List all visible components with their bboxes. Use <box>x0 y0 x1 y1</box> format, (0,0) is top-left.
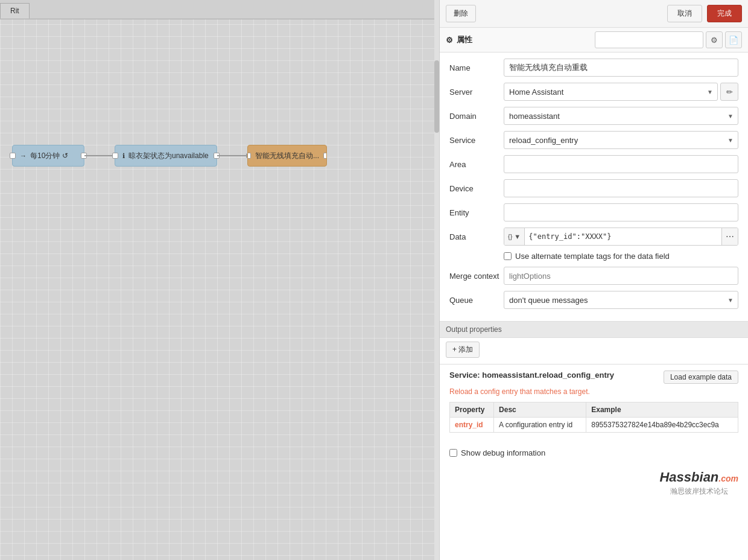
form-row-service: Service reload_config_entry ▼ <box>449 131 738 149</box>
table-cell-desc: A configuration entry id <box>494 418 586 433</box>
load-example-btn[interactable]: Load example data <box>664 371 738 384</box>
server-label: Server <box>449 88 504 97</box>
data-more-btn[interactable]: ⋯ <box>721 228 738 245</box>
tab-search-input[interactable] <box>595 31 703 48</box>
gear-tab-icon: ⚙ <box>446 36 453 45</box>
debug-section: Show debug information <box>440 445 748 463</box>
area-input[interactable] <box>504 155 738 173</box>
service-select[interactable]: reload_config_entry <box>504 131 738 149</box>
name-label: Name <box>449 63 504 72</box>
entity-input[interactable] <box>504 203 738 221</box>
connector-1 <box>84 155 115 156</box>
scrollbar-thumb <box>434 60 439 133</box>
panel-tab-icons: ⚙ 📄 <box>595 31 742 48</box>
device-label: Device <box>449 184 504 193</box>
form-row-area: Area <box>449 155 738 173</box>
domain-label: Domain <box>449 112 504 121</box>
done-button[interactable]: 完成 <box>707 5 742 22</box>
node-inject-label: 每10分钟 ↺ <box>30 151 68 161</box>
doc-icon-btn[interactable]: 📄 <box>725 31 742 48</box>
form-row-name: Name <box>449 59 738 77</box>
table-row: entry_id A configuration entry id 895537… <box>450 418 738 433</box>
server-edit-btn[interactable]: ✏ <box>720 83 738 101</box>
alt-template-row: Use alternate template tags for the data… <box>449 252 738 261</box>
queue-select[interactable]: don't queue messages <box>504 291 738 309</box>
service-info-header: Service: homeassistant.reload_config_ent… <box>449 371 738 384</box>
table-cell-property: entry_id <box>450 418 494 433</box>
port-right-service <box>323 153 327 159</box>
hassbian-footer: Hassbian.com 瀚思彼岸技术论坛 <box>440 463 748 503</box>
properties-tab[interactable]: ⚙ 属性 <box>446 34 472 45</box>
table-header-example: Example <box>586 402 738 418</box>
table-header-desc: Desc <box>494 402 586 418</box>
debug-checkbox-row: Show debug information <box>449 448 738 457</box>
service-label: Service <box>449 136 504 145</box>
form-row-domain: Domain homeassistant ▼ <box>449 107 738 125</box>
node-filter[interactable]: ℹ 晾衣架状态为unavailable <box>115 145 217 167</box>
table-cell-example: 8955375327824e14ba89e4b29cc3ec9a <box>586 418 738 433</box>
add-btn-row: + 添加 <box>440 342 748 364</box>
form-area: Name Server Home Assistant ▼ ✏ Domain ho… <box>440 52 748 321</box>
port-left-filter <box>112 153 118 159</box>
server-select-wrapper: Home Assistant ▼ <box>504 83 718 101</box>
server-select[interactable]: Home Assistant <box>504 83 718 101</box>
debug-label: Show debug information <box>461 448 545 457</box>
inject-icon: → <box>20 152 27 159</box>
hassbian-logo: Hassbian.com <box>659 469 738 485</box>
node-inject[interactable]: → 每10分钟 ↺ <box>12 145 84 167</box>
data-type-arrow: ▼ <box>514 233 521 240</box>
cancel-button[interactable]: 取消 <box>667 5 702 22</box>
add-output-property-btn[interactable]: + 添加 <box>446 342 480 358</box>
entity-label: Entity <box>449 208 504 217</box>
connector-2 <box>217 155 247 156</box>
service-desc: Reload a config entry that matches a tar… <box>449 387 738 396</box>
form-row-queue: Queue don't queue messages ▼ <box>449 291 738 309</box>
queue-label: Queue <box>449 296 504 305</box>
form-row-merge: Merge context <box>449 267 738 285</box>
domain-select[interactable]: homeassistant <box>504 107 738 125</box>
settings-icon-btn[interactable]: ⚙ <box>706 31 723 48</box>
panel-header: 删除 取消 完成 <box>440 0 748 28</box>
canvas-tab-rit[interactable]: Rit <box>0 3 30 19</box>
service-info: Service: homeassistant.reload_config_ent… <box>440 364 748 445</box>
device-input[interactable] <box>504 179 738 197</box>
service-select-wrapper: reload_config_entry ▼ <box>504 131 738 149</box>
canvas-tabs: Rit <box>0 0 439 19</box>
filter-icon: ℹ <box>122 152 125 160</box>
canvas: Rit → 每10分钟 ↺ ℹ 晾衣架状态为unavailable 智能无线填充… <box>0 0 439 560</box>
debug-checkbox[interactable] <box>449 449 457 457</box>
node-service[interactable]: 智能无线填充自动... <box>247 145 327 167</box>
data-input[interactable] <box>525 230 721 243</box>
service-table: Property Desc Example entry_id A configu… <box>449 402 738 433</box>
name-input[interactable] <box>504 59 738 77</box>
hassbian-subtitle: 瀚思彼岸技术论坛 <box>659 486 738 497</box>
port-left-inject <box>10 153 16 159</box>
node-service-label: 智能无线填充自动... <box>255 151 319 161</box>
form-row-device: Device <box>449 179 738 197</box>
queue-select-wrapper: don't queue messages ▼ <box>504 291 738 309</box>
delete-button[interactable]: 删除 <box>446 5 476 22</box>
right-panel: 删除 取消 完成 ⚙ 属性 ⚙ 📄 Name Server Home A <box>439 0 748 560</box>
output-properties-header: Output properties <box>440 321 748 338</box>
hassbian-com: .com <box>718 474 738 483</box>
data-input-wrapper: {} ▼ ⋯ <box>504 228 738 246</box>
area-label: Area <box>449 160 504 169</box>
data-type-label: {} <box>508 233 512 240</box>
table-header-property: Property <box>450 402 494 418</box>
form-row-entity: Entity <box>449 203 738 221</box>
panel-tabs: ⚙ 属性 ⚙ 📄 <box>440 28 748 52</box>
merge-context-input[interactable] <box>504 267 738 285</box>
alt-template-label: Use alternate template tags for the data… <box>515 252 670 261</box>
form-row-server: Server Home Assistant ▼ ✏ <box>449 83 738 101</box>
service-title: Service: homeassistant.reload_config_ent… <box>449 371 664 380</box>
port-left-service <box>247 153 251 159</box>
alt-template-checkbox[interactable] <box>504 252 512 260</box>
merge-context-label: Merge context <box>449 272 504 281</box>
canvas-scrollbar[interactable] <box>434 0 439 560</box>
node-filter-label: 晾衣架状态为unavailable <box>128 151 209 161</box>
properties-tab-label: 属性 <box>457 34 472 45</box>
data-label: Data <box>449 232 504 241</box>
data-type-btn[interactable]: {} ▼ <box>504 228 525 245</box>
form-row-data: Data {} ▼ ⋯ <box>449 228 738 246</box>
canvas-nodes: → 每10分钟 ↺ ℹ 晾衣架状态为unavailable 智能无线填充自动..… <box>12 145 327 167</box>
